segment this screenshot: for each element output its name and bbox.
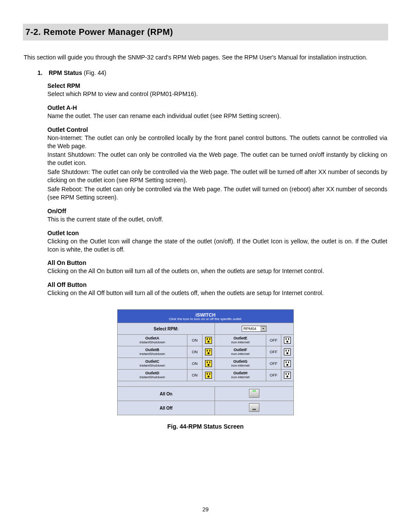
svg-rect-9: [286, 350, 286, 352]
svg-rect-13: [209, 361, 210, 363]
outlet-state: OFF: [266, 370, 281, 381]
text-outlet-ah: Name the outlet. The user can rename eac…: [47, 112, 387, 120]
outlet-mode: non-internet: [215, 352, 265, 356]
all-on-label: All On: [118, 387, 215, 401]
outlet-name-cell: OutletA instantShutdown: [118, 335, 187, 346]
text-all-off: Clicking on the All Off button will turn…: [47, 289, 387, 297]
svg-rect-19: [209, 373, 210, 375]
outlet-row: OutletBinstantShutdown ON OutletFnon-int…: [118, 346, 294, 358]
chevron-down-icon: [261, 326, 266, 331]
list-item-number: 1.: [37, 69, 47, 76]
svg-rect-16: [288, 361, 289, 363]
iswitch-table: iSWITCH Click the icon to turn on or off…: [117, 309, 294, 415]
text-outlet-control-4: Safe Reboot: The outlet can only be cont…: [47, 185, 387, 202]
outlet-name: OutletC: [145, 359, 159, 364]
all-off-row: All Off: [118, 401, 294, 415]
svg-rect-11: [286, 352, 288, 354]
list-item-title: RPM Status: [49, 69, 82, 76]
outlet-icon[interactable]: [284, 372, 291, 379]
rpm-dropdown-value: RPM04: [243, 327, 256, 331]
section-header: 7-2. Remote Power Manager (RPM): [23, 24, 388, 40]
outlet-name: OutletE: [234, 336, 247, 340]
all-on-cell: [215, 387, 293, 401]
page-number: 29: [0, 506, 411, 513]
heading-outlet-icon: Outlet Icon: [47, 230, 387, 236]
all-on-button[interactable]: [249, 389, 259, 398]
outlet-name-cell: OutletE non-internet: [215, 335, 266, 346]
svg-rect-14: [208, 364, 209, 366]
outlet-state: ON: [187, 346, 202, 358]
outlet-icon[interactable]: [205, 348, 212, 355]
outlet-row: OutletDinstantShutdown ON OutletHnon-int…: [118, 370, 294, 381]
all-off-label: All Off: [118, 401, 215, 415]
outlet-icon[interactable]: [284, 337, 291, 344]
svg-rect-4: [288, 338, 289, 340]
outlet-icon[interactable]: [205, 372, 212, 379]
svg-rect-15: [286, 361, 286, 363]
svg-rect-2: [208, 341, 209, 342]
outlet-icon-cell: [281, 335, 294, 346]
select-rpm-label: Select RPM:: [118, 323, 215, 335]
text-outlet-control-1: Non-Internet: The outlet can only be con…: [47, 134, 387, 150]
svg-rect-20: [208, 376, 209, 377]
heading-outlet-control: Outlet Control: [47, 126, 387, 133]
svg-rect-23: [286, 376, 288, 377]
svg-rect-10: [288, 350, 289, 352]
svg-rect-0: [207, 338, 208, 340]
iswitch-subtitle: Click the icon to turn on or off the spe…: [118, 317, 293, 321]
svg-rect-18: [207, 373, 208, 375]
heading-select-rpm: Select RPM: [47, 82, 387, 89]
rpm-dropdown[interactable]: RPM04: [242, 326, 267, 332]
intro-paragraph: This section will guide you through the …: [24, 53, 387, 62]
text-onoff: This is the current state of the outlet,…: [47, 215, 387, 224]
outlet-state: OFF: [266, 335, 281, 346]
heading-all-on: All On Button: [47, 259, 387, 266]
outlet-mode: non-internet: [215, 364, 265, 367]
outlet-icon[interactable]: [284, 348, 291, 355]
svg-rect-8: [208, 352, 209, 354]
outlet-name: OutletF: [234, 348, 247, 352]
all-off-button[interactable]: [249, 403, 259, 412]
list-item-fig: (Fig. 44): [82, 69, 106, 76]
spacer: [118, 381, 294, 387]
outlet-state: ON: [187, 358, 202, 370]
svg-rect-6: [207, 350, 208, 352]
select-rpm-cell: RPM04: [215, 323, 293, 335]
svg-rect-22: [288, 373, 289, 375]
outlet-name: OutletA: [145, 336, 159, 340]
section-number: 7-2.: [25, 27, 41, 37]
list-item-rpm-status: 1. RPM Status (Fig. 44): [37, 69, 387, 76]
figure-caption: Fig. 44-RPM Status Screen: [167, 423, 243, 430]
outlet-mode: instantShutdown: [118, 352, 187, 356]
svg-rect-7: [209, 350, 210, 352]
outlet-icon-cell: [202, 335, 215, 346]
outlet-name: OutletH: [234, 371, 248, 375]
svg-rect-12: [207, 361, 208, 363]
text-all-on: Clicking on the All On button will turn …: [47, 267, 387, 275]
text-outlet-icon: Clicking on the Outlet Icon will change …: [47, 237, 387, 254]
outlet-name: OutletG: [233, 359, 247, 364]
outlet-state: OFF: [266, 346, 281, 358]
all-on-row: All On: [118, 387, 294, 401]
svg-rect-3: [286, 338, 286, 340]
outlet-mode: instantShutdown: [118, 376, 187, 379]
outlet-mode: non-internet: [215, 376, 265, 379]
svg-rect-5: [286, 341, 288, 342]
outlet-state: ON: [187, 370, 202, 381]
outlet-icon[interactable]: [205, 360, 212, 367]
outlet-mode: non-internet: [215, 341, 265, 344]
outlet-row: OutletA instantShutdown ON OutletE non-i…: [118, 335, 294, 346]
heading-all-off: All Off Button: [47, 281, 387, 288]
iswitch-title-cell: iSWITCH Click the icon to turn on or off…: [118, 310, 294, 323]
outlet-icon[interactable]: [284, 360, 291, 367]
outlet-state: OFF: [266, 358, 281, 370]
outlet-mode: instantShutdown: [118, 341, 187, 344]
text-outlet-control-3: Safe Shutdown: The outlet can only be co…: [47, 168, 387, 184]
outlet-name: OutletD: [145, 371, 159, 375]
svg-rect-1: [209, 338, 210, 340]
all-off-cell: [215, 401, 293, 415]
svg-rect-21: [286, 373, 286, 375]
iswitch-title: iSWITCH: [196, 312, 215, 317]
outlet-icon[interactable]: [205, 337, 212, 344]
text-outlet-control-2: Instant Shutdown: The outlet can only be…: [47, 151, 387, 167]
